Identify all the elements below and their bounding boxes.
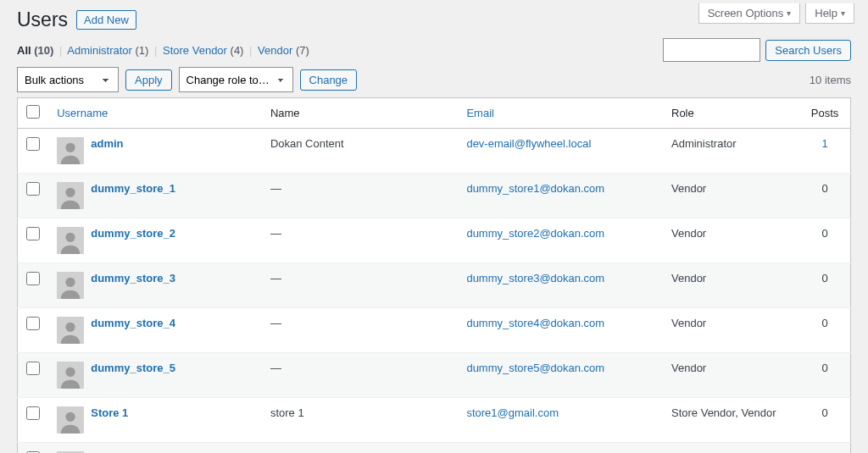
role-cell: Administrator [663,129,799,174]
avatar [57,406,84,434]
email-link[interactable]: dev-email@flywheel.local [466,137,591,150]
search-input[interactable] [663,38,760,62]
name-cell: — [262,308,459,353]
username-link[interactable]: dummy_store_1 [91,182,175,195]
posts-count: 0 [821,227,827,240]
filter-vendor[interactable]: Vendor (7) [258,44,309,57]
svg-point-1 [66,188,75,197]
svg-point-0 [66,143,75,152]
change-button[interactable]: Change [300,69,358,91]
name-cell: — [262,443,459,454]
col-posts: Posts [799,98,850,129]
col-role: Role [663,98,799,129]
col-username[interactable]: Username [57,107,108,119]
name-cell: store 1 [262,398,459,443]
email-link[interactable]: dummy_store4@dokan.com [466,317,604,329]
role-cell: Vendor [663,218,799,263]
role-cell: Vendor [663,308,799,353]
apply-button[interactable]: Apply [125,69,172,91]
svg-point-5 [66,367,75,377]
username-link[interactable]: admin [91,137,123,150]
filter-administrator[interactable]: Administrator (1) [67,44,148,57]
email-link[interactable]: dummy_store2@dokan.com [466,227,604,240]
posts-count: 0 [821,406,827,419]
svg-point-3 [66,278,75,287]
avatar [57,317,84,344]
avatar [57,182,84,209]
filter-store-vendor[interactable]: Store Vendor (4) [163,44,243,57]
table-row: dummy_store_2 — dummy_store2@dokan.com V… [18,218,851,263]
posts-count: 0 [821,317,827,329]
email-link[interactable]: dummy_store3@dokan.com [466,272,604,285]
filter-all[interactable]: All (10) [17,44,53,57]
role-cell: Store Vendor [663,443,799,454]
name-cell: — [262,353,459,398]
role-cell: Vendor [663,174,799,218]
row-checkbox[interactable] [26,272,40,285]
select-all-checkbox[interactable] [26,105,40,119]
name-cell: Dokan Content [262,129,459,174]
items-count: 10 items [810,74,851,86]
search-users-button[interactable]: Search Users [765,40,851,61]
row-checkbox[interactable] [26,182,40,196]
email-link[interactable]: dummy_store1@dokan.com [466,182,604,195]
posts-count: 0 [821,272,827,285]
row-checkbox[interactable] [26,137,40,151]
table-row: dummy_store_3 — dummy_store3@dokan.com V… [18,263,851,308]
posts-count: 0 [821,362,827,374]
name-cell: — [262,263,459,308]
help-label: Help [815,7,837,19]
bulk-actions-select[interactable]: Bulk actions [17,67,119,92]
name-cell: — [262,174,459,218]
username-link[interactable]: dummy_store_5 [91,362,175,374]
table-row: dummy_store_4 — dummy_store4@dokan.com V… [18,308,851,353]
email-link[interactable]: store1@gmail.com [466,406,559,419]
svg-point-2 [66,233,75,242]
change-role-select[interactable]: Change role to… [179,67,293,92]
filter-links: All (10) | Administrator (1) | Store Ven… [17,44,309,57]
avatar [57,362,84,389]
avatar [57,272,84,299]
svg-point-6 [66,412,75,422]
role-cell: Store Vendor, Vendor [663,398,799,443]
email-link[interactable]: dummy_store5@dokan.com [466,362,604,374]
col-name: Name [262,98,459,129]
table-row: dummy_store_5 — dummy_store5@dokan.com V… [18,353,851,398]
row-checkbox[interactable] [26,227,40,240]
col-email[interactable]: Email [466,107,494,119]
users-table: Username Name Email Role Posts admin Dok… [17,97,851,453]
page-title: Users [17,8,68,31]
svg-point-4 [66,323,75,332]
avatar [57,137,84,164]
username-link[interactable]: dummy_store_3 [91,272,175,285]
table-row: dummy_store_1 — dummy_store1@dokan.com V… [18,174,851,218]
row-checkbox[interactable] [26,362,40,375]
add-new-button[interactable]: Add New [76,10,136,30]
table-row: admin Dokan Content dev-email@flywheel.l… [18,129,851,174]
screen-options-toggle[interactable]: Screen Options [698,3,801,24]
role-cell: Vendor [663,263,799,308]
username-link[interactable]: dummy_store_2 [91,227,175,240]
row-checkbox[interactable] [26,317,40,330]
posts-link[interactable]: 1 [821,137,827,150]
username-link[interactable]: dummy_store_4 [91,317,175,329]
table-row: Store 14 — store14@gamil.com Store Vendo… [18,443,851,454]
screen-options-label: Screen Options [708,7,784,19]
name-cell: — [262,218,459,263]
help-toggle[interactable]: Help [805,3,854,24]
posts-count: 0 [821,182,827,195]
table-row: Store 1 store 1 store1@gmail.com Store V… [18,398,851,443]
row-checkbox[interactable] [26,406,40,420]
username-link[interactable]: Store 1 [91,406,128,419]
role-cell: Vendor [663,353,799,398]
avatar [57,227,84,254]
